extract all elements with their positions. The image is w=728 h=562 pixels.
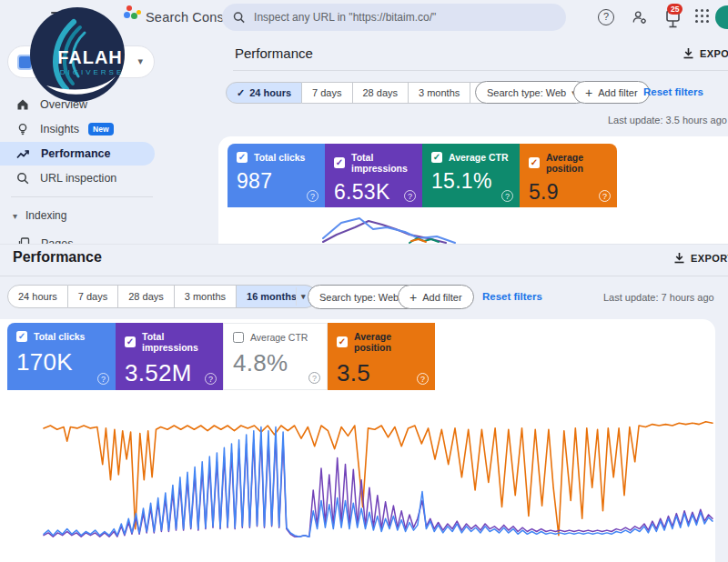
sidebar-item-url-inspection[interactable]: URL inspection (0, 166, 155, 190)
logo-text-secondary: DIGIVERSE (60, 68, 125, 76)
help-icon[interactable]: ? (599, 190, 611, 202)
help-icon[interactable]: ? (501, 190, 513, 202)
reset-filters-link[interactable]: Reset filters (482, 291, 542, 302)
metrics-card-panel: ✓Total clicks 987 ? ✓Total impressions 6… (218, 136, 728, 244)
tab-7-days[interactable]: 7 days (68, 285, 118, 308)
tab-16-months[interactable]: 16 months▾ (237, 285, 317, 308)
metric-value: 15.1% (431, 169, 511, 194)
user-settings-icon[interactable] (632, 9, 648, 25)
metric-card-total-clicks[interactable]: ✓Total clicks 987 ? (228, 144, 325, 207)
lightbulb-icon (16, 123, 29, 135)
metric-card-average-ctr[interactable]: ✓Average CTR 15.1% ? (422, 144, 520, 207)
plus-icon: + (410, 290, 417, 305)
metric-value: 5.9 (529, 180, 608, 205)
checkbox-checked-icon[interactable]: ✓ (125, 336, 136, 347)
checkbox-checked-icon[interactable]: ✓ (16, 331, 27, 342)
page-title: Performance (13, 249, 102, 266)
checkbox-unchecked-icon[interactable] (233, 332, 244, 343)
chart-panel: ✓Total clicks 170K ? ✓Total impressions … (0, 319, 715, 562)
metric-card-average-ctr[interactable]: Average CTR 4.8% ? (223, 323, 328, 390)
tab-24-hours[interactable]: 24 hours (7, 285, 68, 308)
search-icon (233, 11, 245, 24)
separator (296, 287, 297, 306)
performance-chart (7, 394, 719, 545)
tab-7-days[interactable]: 7 days (302, 82, 352, 104)
metric-card-total-clicks[interactable]: ✓Total clicks 170K ? (7, 323, 116, 390)
tab-3-months[interactable]: 3 months (409, 82, 470, 104)
divider (233, 70, 728, 71)
help-icon[interactable]: ? (308, 372, 320, 384)
metric-value: 4.8% (233, 349, 318, 377)
metric-card-average-position[interactable]: ✓Average position 5.9 ? (520, 144, 617, 207)
sidebar-divider (11, 196, 153, 197)
falah-digiverse-logo: FALAH DIGIVERSE (30, 7, 125, 102)
tab-3-months[interactable]: 3 months (175, 285, 237, 308)
performance-panel-24h: Performance EXPORT ✓24 hours 7 days 28 d… (218, 35, 728, 244)
home-icon (16, 98, 29, 111)
add-filter-button[interactable]: + Add filter (573, 81, 650, 104)
metric-cards: ✓Total clicks 987 ? ✓Total impressions 6… (228, 144, 617, 207)
sidebar-item-insights[interactable]: Insights New (0, 117, 155, 141)
help-icon[interactable]: ? (97, 373, 109, 385)
page-title: Performance (235, 45, 313, 61)
notification-badge: 25 (667, 4, 682, 15)
metric-value: 3.52M (125, 359, 214, 387)
new-badge: New (88, 123, 113, 135)
check-icon: ✓ (237, 87, 245, 99)
date-range-tabs: 24 hours 7 days 28 days 3 months 16 mont… (7, 285, 317, 308)
tab-28-days[interactable]: 28 days (353, 82, 410, 104)
help-icon[interactable]: ? (598, 9, 614, 25)
metric-card-average-position[interactable]: ✓Average position 3.5 ? (328, 323, 435, 390)
sidebar-item-performance[interactable]: Performance (0, 142, 155, 166)
sidebar-group-indexing[interactable]: ▾ Indexing (13, 209, 66, 222)
performance-panel-16-months: Performance EXPORT 24 hours 7 days 28 da… (0, 244, 728, 562)
metric-value: 170K (16, 348, 106, 376)
checkbox-checked-icon[interactable]: ✓ (334, 157, 345, 168)
url-inspect-searchbar[interactable] (222, 4, 566, 31)
logo-text-primary: FALAH (57, 47, 123, 67)
help-icon[interactable]: ? (307, 190, 318, 202)
apps-grid-icon[interactable] (695, 9, 712, 25)
checkbox-checked-icon[interactable]: ✓ (237, 152, 248, 163)
metric-card-total-impressions[interactable]: ✓Total impressions 3.52M ? (116, 323, 223, 390)
plus-icon: + (585, 85, 592, 100)
clipped-24h-chart (218, 207, 728, 244)
metric-value: 987 (237, 169, 316, 194)
chevron-down-icon: ▾ (301, 292, 306, 301)
search-type-dropdown[interactable]: Search type: Web ▾ (475, 81, 588, 104)
metric-cards: ✓Total clicks 170K ? ✓Total impressions … (7, 323, 435, 390)
whats-new-icon[interactable]: 25 (663, 4, 685, 29)
performance-trend-icon (16, 148, 30, 160)
add-filter-button[interactable]: + Add filter (398, 285, 474, 309)
checkbox-checked-icon[interactable]: ✓ (337, 336, 348, 347)
account-avatar[interactable] (715, 5, 728, 29)
chevron-down-icon: ▾ (13, 211, 17, 221)
last-update-text: Last update: 7 hours ago (603, 292, 714, 303)
tab-24-hours[interactable]: ✓24 hours (226, 82, 302, 104)
metric-value: 6.53K (334, 180, 413, 205)
download-icon (673, 252, 685, 264)
divider (0, 276, 728, 276)
chevron-down-icon: ▾ (137, 55, 143, 67)
checkbox-checked-icon[interactable]: ✓ (529, 157, 540, 168)
checkbox-checked-icon[interactable]: ✓ (431, 152, 442, 163)
search-input[interactable] (254, 11, 555, 24)
help-icon[interactable]: ? (404, 190, 416, 202)
metric-card-total-impressions[interactable]: ✓Total impressions 6.53K ? (325, 144, 422, 207)
google-logo (124, 8, 142, 26)
download-icon (682, 47, 694, 59)
last-update-text: Last update: 3.5 hours ago (608, 115, 727, 125)
help-icon[interactable]: ? (205, 373, 217, 385)
export-button[interactable]: EXPORT (682, 47, 728, 59)
tab-28-days[interactable]: 28 days (118, 285, 175, 308)
metric-value: 3.5 (337, 359, 426, 387)
reset-filters-link[interactable]: Reset filters (643, 86, 703, 97)
magnifier-icon (16, 172, 29, 185)
export-button[interactable]: EXPORT (673, 252, 728, 264)
help-icon[interactable]: ? (417, 373, 429, 385)
